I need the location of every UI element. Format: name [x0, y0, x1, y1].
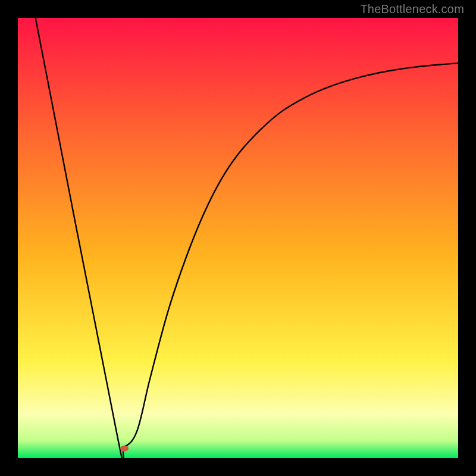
plot-area [18, 18, 458, 458]
chart-frame: TheBottleneck.com [0, 0, 476, 476]
chart-canvas [0, 0, 476, 476]
watermark-text: TheBottleneck.com [360, 2, 464, 16]
optimal-point-marker [120, 446, 129, 452]
